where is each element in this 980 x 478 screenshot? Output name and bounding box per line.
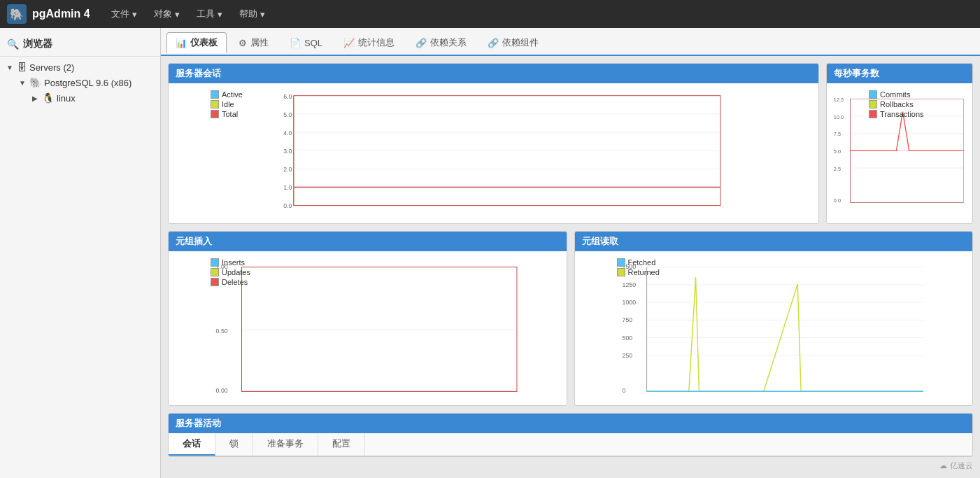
legend-commits: Commits (869, 90, 924, 99)
commits-color (869, 90, 877, 99)
sidebar-title: 🔍 浏览器 (0, 34, 160, 57)
expand-icon: ▼ (18, 78, 27, 87)
svg-text:750: 750 (622, 316, 632, 323)
linux-icon: 🐧 (42, 92, 54, 104)
svg-text:0.0: 0.0 (283, 202, 292, 209)
menu-items: 文件 ▾ 对象 ▾ 工具 ▾ 帮助 ▾ (104, 5, 272, 23)
chevron-down-icon: ▾ (260, 9, 265, 20)
depcomp-icon: 🔗 (488, 38, 499, 48)
svg-rect-43 (242, 267, 517, 392)
gear-icon: ⚙ (239, 38, 247, 48)
activity-tabs: 会话 锁 准备事务 配置 (169, 433, 972, 456)
sidebar-item-linux[interactable]: ▶ 🐧 linux (25, 90, 160, 106)
svg-text:0.00: 0.00 (216, 387, 228, 394)
app-brand: 🐘 pgAdmin 4 (7, 4, 90, 24)
tab-sql[interactable]: 📄 SQL (280, 34, 332, 52)
sidebar: 🔍 浏览器 ▼ 🗄 Servers (2) ▼ 🐘 PostgreSQL 9.6… (0, 28, 161, 478)
idle-color (211, 100, 219, 108)
sessions-body: Active Idle Total (169, 83, 818, 223)
sessions-header: 服务器会话 (169, 64, 818, 83)
tabs-bar: 📊 仪表板 ⚙ 属性 📄 SQL 📈 统计信息 🔗 依赖关系 🔗 依赖组件 (161, 28, 980, 56)
svg-text:5.0: 5.0 (834, 148, 841, 155)
activity-tab-locks[interactable]: 锁 (215, 433, 253, 456)
menu-object[interactable]: 对象 ▾ (147, 5, 187, 23)
stats-icon: 📈 (343, 38, 355, 48)
svg-text:500: 500 (622, 335, 632, 342)
legend-idle: Idle (211, 100, 243, 108)
app-title: pgAdmin 4 (32, 8, 90, 20)
tab-dependents[interactable]: 🔗 依赖组件 (478, 32, 548, 53)
updates-color (211, 268, 219, 276)
active-color (211, 90, 219, 99)
svg-text:4.0: 4.0 (283, 129, 292, 136)
transactions-panel: 每秒事务数 Commits Rollbacks (826, 63, 973, 224)
inserts-header: 元组插入 (169, 232, 567, 251)
svg-text:2.5: 2.5 (834, 166, 841, 172)
svg-text:2.0: 2.0 (283, 166, 292, 173)
activity-tab-config[interactable]: 配置 (318, 433, 365, 456)
chevron-down-icon: ▾ (132, 9, 137, 20)
deletes-color (211, 278, 219, 286)
main-layout: 🔍 浏览器 ▼ 🗄 Servers (2) ▼ 🐘 PostgreSQL 9.6… (0, 28, 980, 478)
transactions-color (869, 110, 877, 118)
svg-text:7.5: 7.5 (834, 131, 841, 137)
reads-header: 元组读取 (575, 232, 973, 251)
svg-text:0.50: 0.50 (216, 328, 228, 335)
inserts-color (211, 258, 219, 267)
legend-transactions: Transactions (869, 110, 924, 118)
dashboard-icon: 📊 (176, 38, 187, 48)
legend-active: Active (211, 90, 243, 99)
charts-row-1: 服务器会话 Active Idle (168, 63, 973, 224)
legend-rollbacks: Rollbacks (869, 100, 924, 108)
app-icon: 🐘 (7, 4, 27, 24)
legend-returned: Returned (617, 268, 660, 276)
menu-file[interactable]: 文件 ▾ (104, 5, 144, 23)
inserts-legend: Inserts Updates Deletes (211, 258, 250, 286)
svg-text:3.0: 3.0 (283, 148, 292, 155)
transactions-header: 每秒事务数 (827, 64, 972, 83)
sidebar-item-postgresql[interactable]: ▼ 🐘 PostgreSQL 9.6 (x86) (13, 75, 160, 90)
svg-text:1.0: 1.0 (283, 184, 292, 191)
menu-tools[interactable]: 工具 ▾ (190, 5, 229, 23)
sidebar-item-servers[interactable]: ▼ 🗄 Servers (2) (0, 59, 160, 75)
tab-dependencies[interactable]: 🔗 依赖关系 (406, 32, 476, 53)
dashboard: 服务器会话 Active Idle (161, 56, 980, 478)
returned-color (617, 268, 625, 276)
sessions-svg: 6.0 5.0 4.0 3.0 2.0 1.0 0.0 (174, 89, 813, 218)
svg-text:0: 0 (622, 387, 625, 394)
chevron-down-icon: ▾ (175, 9, 180, 20)
legend-total: Total (211, 110, 243, 118)
tab-dashboard[interactable]: 📊 仪表板 (166, 32, 227, 53)
legend-inserts: Inserts (211, 258, 250, 267)
tab-statistics[interactable]: 📈 统计信息 (334, 32, 404, 53)
legend-fetched: Fetched (617, 258, 660, 267)
tab-properties[interactable]: ⚙ 属性 (229, 32, 278, 53)
sql-icon: 📄 (290, 38, 301, 48)
total-color (211, 110, 219, 118)
activity-panel: 服务器活动 会话 锁 准备事务 配置 (168, 413, 973, 457)
legend-deletes: Deletes (211, 278, 250, 286)
svg-text:5.0: 5.0 (283, 111, 292, 118)
reads-legend: Fetched Returned (617, 258, 660, 276)
svg-text:1000: 1000 (622, 299, 636, 306)
charts-row-2: 元组插入 Inserts Updates (168, 231, 973, 406)
reads-panel: 元组读取 Fetched Returned (574, 231, 974, 406)
svg-text:6.0: 6.0 (283, 93, 292, 100)
reads-svg: 1500 1250 1000 750 500 250 0 (581, 257, 967, 400)
transactions-body: Commits Rollbacks Transactions (827, 83, 972, 223)
svg-text:250: 250 (622, 352, 632, 359)
pg-children: ▶ 🐧 linux (13, 90, 160, 106)
menu-help[interactable]: 帮助 ▾ (232, 5, 272, 23)
server-icon: 🗄 (17, 62, 27, 73)
transactions-legend: Commits Rollbacks Transactions (869, 90, 924, 118)
rollbacks-color (869, 100, 877, 108)
dep-icon: 🔗 (416, 38, 427, 48)
sessions-legend: Active Idle Total (211, 90, 243, 118)
servers-children: ▼ 🐘 PostgreSQL 9.6 (x86) ▶ 🐧 linux (0, 75, 160, 106)
expand-icon: ▶ (31, 94, 39, 102)
watermark: ☁ 亿速云 (939, 461, 973, 471)
activity-tab-sessions[interactable]: 会话 (169, 433, 215, 456)
activity-tab-prepared[interactable]: 准备事务 (253, 433, 318, 456)
pg-icon: 🐘 (29, 77, 41, 88)
fetched-color (617, 258, 625, 267)
